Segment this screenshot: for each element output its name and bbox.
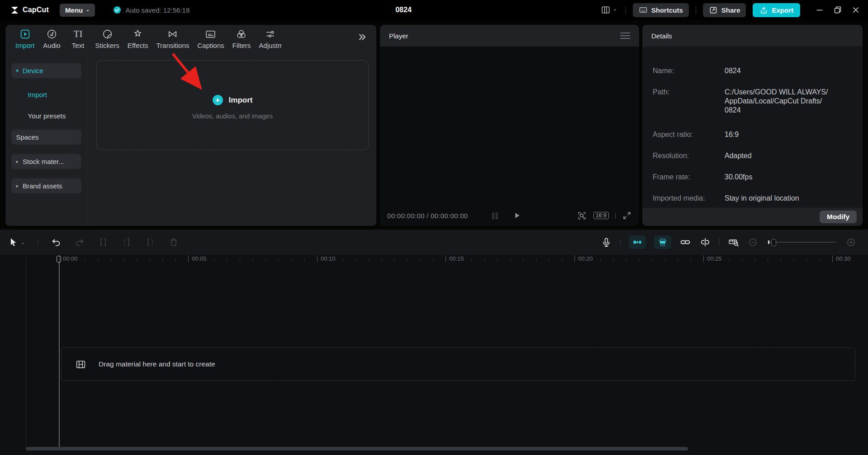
caret-right-icon: ▸ — [16, 183, 19, 188]
tab-filters[interactable]: Filters — [228, 28, 255, 49]
tab-stickers[interactable]: Stickers — [91, 28, 123, 49]
player-controls: 00:00:00:00 / 00:00:00:00 16:9 — [380, 205, 639, 226]
playhead-handle[interactable] — [57, 256, 61, 263]
timeline-ruler[interactable]: 00:00 00:05 00:10 00:15 00:20 00:25 00:3… — [0, 255, 868, 267]
tab-adjustment[interactable]: Adjustment — [255, 28, 286, 49]
project-title: 0824 — [367, 6, 440, 14]
filmstrip-icon — [75, 359, 86, 370]
link-button[interactable] — [679, 236, 691, 248]
share-icon — [709, 5, 718, 14]
zoom-out-button[interactable] — [748, 237, 758, 248]
sidebar-item-brand-assets[interactable]: ▸ Brand assets — [11, 178, 81, 193]
detail-label: Frame rate: — [653, 173, 725, 182]
import-action[interactable]: + Import — [213, 95, 253, 105]
play-button[interactable] — [512, 211, 522, 220]
player-header: Player — [380, 25, 639, 47]
player-menu-icon[interactable] — [620, 33, 630, 39]
tab-audio[interactable]: Audio — [39, 28, 65, 49]
titlebar: CapCut Menu ⌄ Auto saved: 12:56:18 0824 … — [0, 0, 868, 20]
detail-value: Stay in original location — [725, 194, 854, 203]
horizontal-scrollbar[interactable] — [26, 447, 688, 450]
frame-view-icon[interactable] — [489, 210, 501, 221]
tab-captions[interactable]: Captions — [193, 28, 228, 49]
timeline-dropzone[interactable]: Drag material here and start to create — [61, 347, 855, 381]
capcut-window: CapCut Menu ⌄ Auto saved: 12:56:18 0824 … — [0, 0, 868, 455]
autosave-status: Auto saved: 12:56:18 — [113, 6, 190, 14]
delete-right-button[interactable] — [145, 237, 156, 248]
split-button[interactable] — [98, 237, 109, 248]
sidebar-item-label: Device — [23, 67, 43, 75]
import-subtitle: Videos, audios, and images — [192, 113, 273, 120]
autosave-text: Auto saved: 12:56:18 — [125, 6, 190, 14]
divider — [620, 238, 621, 246]
timeline-zoom-slider[interactable] — [768, 242, 836, 243]
detail-label: Aspect ratio: — [653, 130, 725, 139]
undo-button[interactable] — [51, 237, 62, 248]
modify-button[interactable]: Modify — [820, 211, 857, 223]
delete-left-button[interactable] — [121, 237, 132, 248]
import-dropzone[interactable]: + Import Videos, audios, and images — [96, 60, 369, 150]
zoom-in-button[interactable] — [846, 237, 856, 248]
detail-row-resolution: Resolution: Adapted — [653, 151, 854, 160]
details-footer: Modify — [642, 208, 863, 226]
auto-snap-toggle[interactable] — [629, 235, 646, 249]
preview-focus-icon[interactable] — [577, 211, 587, 221]
detail-value: 16:9 — [725, 130, 854, 139]
keyboard-icon — [639, 5, 648, 14]
import-title: Import — [229, 96, 253, 105]
sidebar-item-label: Import — [28, 91, 47, 99]
aspect-ratio-button[interactable]: 16:9 — [593, 212, 609, 219]
sidebar-item-device[interactable]: ▾ Device — [11, 63, 81, 78]
detail-label: Imported media: — [653, 194, 725, 203]
divider — [38, 238, 38, 246]
divider — [615, 213, 616, 219]
tab-import[interactable]: Import — [11, 28, 39, 49]
fullscreen-icon[interactable] — [622, 211, 632, 220]
preview-axis-toggle[interactable] — [654, 235, 671, 249]
menu-label: Menu — [65, 6, 83, 14]
ruler-label: 00:05 — [188, 255, 207, 262]
share-button[interactable]: Share — [703, 3, 746, 17]
detail-row-aspect-ratio: Aspect ratio: 16:9 — [653, 130, 854, 139]
unlink-button[interactable] — [699, 236, 711, 248]
menu-button[interactable]: Menu ⌄ — [60, 4, 95, 17]
select-tool-button[interactable]: ⌄ — [8, 237, 25, 247]
redo-button[interactable] — [74, 237, 85, 248]
close-button[interactable] — [849, 3, 863, 17]
export-button[interactable]: Export — [753, 3, 800, 17]
detail-row-frame-rate: Frame rate: 30.00fps — [653, 173, 854, 182]
chevron-down-icon: ▾ — [614, 8, 616, 12]
timeline-dropzone-text: Drag material here and start to create — [99, 360, 215, 368]
sidebar-item-label: Spaces — [16, 133, 39, 141]
sidebar-item-stock-materials[interactable]: ▸ Stock mater... — [11, 154, 81, 169]
sidebar-item-spaces[interactable]: Spaces — [11, 130, 81, 145]
record-voiceover-button[interactable] — [601, 237, 612, 248]
detail-value: C:/Users/GOOD WILL ALWAYS/ AppData/Local… — [725, 88, 854, 115]
restore-button[interactable] — [831, 3, 844, 17]
tab-transitions[interactable]: Transitions — [152, 28, 193, 49]
tab-text[interactable]: TI Text — [65, 28, 91, 49]
ruler-label: 00:30 — [832, 255, 851, 262]
divider — [696, 6, 696, 14]
tab-effects[interactable]: Effects — [123, 28, 152, 49]
layout-switch-button[interactable]: ▾ — [598, 3, 619, 17]
sidebar-item-label: Your presets — [28, 112, 66, 120]
slider-handle[interactable] — [771, 239, 776, 246]
ruler-label: 00:10 — [317, 255, 336, 262]
delete-button[interactable] — [168, 237, 179, 248]
sidebar-item-import[interactable]: Import — [11, 89, 81, 100]
minimize-button[interactable] — [813, 3, 826, 17]
ruler-label: 00:20 — [574, 255, 593, 262]
detail-value: 30.00fps — [725, 173, 854, 182]
detail-label: Path: — [653, 88, 725, 115]
shortcuts-button[interactable]: Shortcuts — [633, 3, 689, 17]
sidebar-item-your-presets[interactable]: Your presets — [11, 110, 81, 122]
player-title: Player — [389, 32, 408, 40]
player-panel: Player 00:00:00:00 / 00:00:00:00 16:9 — [380, 25, 639, 226]
timeline-scale-button[interactable] — [728, 236, 740, 248]
more-tabs-button[interactable] — [353, 32, 372, 42]
media-content: + Import Videos, audios, and images — [87, 48, 376, 226]
details-title: Details — [651, 32, 672, 40]
cursor-icon — [8, 237, 18, 247]
shortcuts-label: Shortcuts — [651, 6, 683, 14]
